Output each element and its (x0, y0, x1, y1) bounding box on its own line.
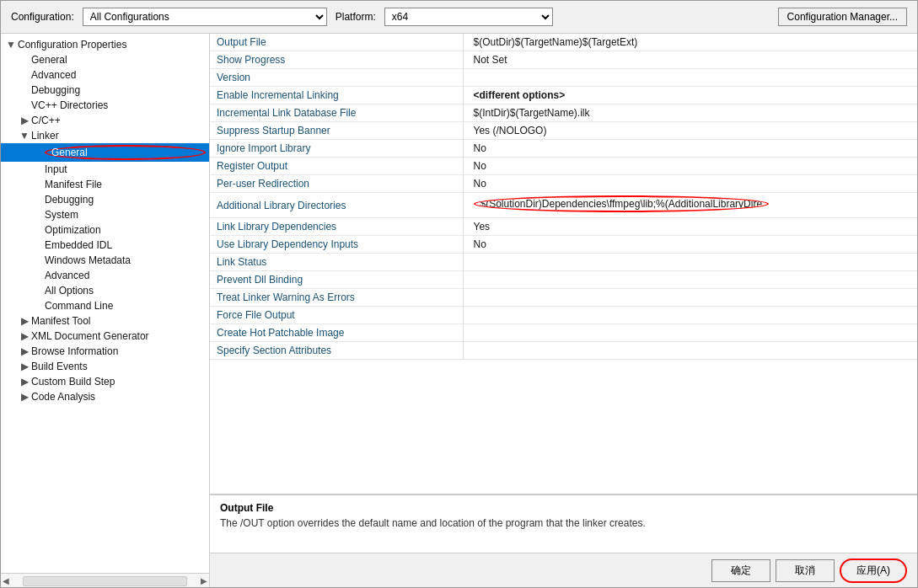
tree-item-label: Custom Build Step (31, 376, 206, 388)
tree-item-linker-embedded-idl[interactable]: Embedded IDL (1, 238, 209, 253)
properties-grid: Output File$(OutDir)$(TargetName)$(Targe… (210, 34, 917, 494)
tree-item-linker-input[interactable]: Input (1, 162, 209, 177)
table-row[interactable]: Force File Output (210, 307, 917, 324)
platform-label: Platform: (336, 11, 376, 23)
info-panel: Output File The /OUT option overrides th… (210, 494, 917, 553)
prop-value: $(SolutionDir)Dependencies\ffmpeg\lib;%(… (463, 193, 917, 218)
left-panel: ▼ Configuration Properties General Advan… (1, 34, 210, 588)
prop-name: Ignore Import Library (210, 140, 463, 158)
prop-name: Version (210, 69, 463, 87)
tree-item-label: Input (45, 163, 206, 175)
table-row[interactable]: Version (210, 69, 917, 87)
prop-value: No (463, 158, 917, 175)
table-row[interactable]: Use Library Dependency InputsNo (210, 236, 917, 254)
prop-name: Link Status (210, 254, 463, 271)
prop-name: Treat Linker Warning As Errors (210, 289, 463, 307)
tree-item-label: Linker (31, 130, 206, 142)
main-area: ▼ Configuration Properties General Advan… (1, 34, 917, 588)
tree-item-linker-advanced[interactable]: Advanced (1, 268, 209, 283)
table-row[interactable]: Additional Library Directories$(Solution… (210, 193, 917, 218)
expand-icon: ▶ (19, 330, 30, 342)
prop-name: Prevent Dll Binding (210, 271, 463, 289)
tree-item-linker-optimization[interactable]: Optimization (1, 222, 209, 238)
config-dropdown[interactable]: All Configurations (83, 8, 327, 26)
table-row[interactable]: Link Library DependenciesYes (210, 218, 917, 236)
tree-item-label: All Options (45, 285, 206, 297)
tree-item-linker-debugging[interactable]: Debugging (1, 192, 209, 207)
tree-item-label: Browse Information (31, 345, 206, 357)
table-row[interactable]: Output File$(OutDir)$(TargetName)$(Targe… (210, 34, 917, 51)
tree-container[interactable]: ▼ Configuration Properties General Advan… (1, 34, 209, 573)
left-scrollbar-area: ◀ ▶ (1, 573, 209, 588)
right-panel: Output File$(OutDir)$(TargetName)$(Targe… (210, 34, 917, 588)
tree-item-label: Windows Metadata (45, 254, 206, 266)
tree-item-label: Advanced (31, 69, 206, 81)
platform-dropdown[interactable]: x64 (384, 8, 553, 26)
tree-item-xml-doc-gen[interactable]: ▶ XML Document Generator (1, 329, 209, 344)
tree-item-label: Command Line (45, 300, 206, 312)
tree-item-linker-system[interactable]: System (1, 207, 209, 222)
prop-name: Show Progress (210, 51, 463, 69)
tree-item-cpp[interactable]: ▶ C/C++ (1, 113, 209, 128)
horizontal-scrollbar[interactable] (23, 576, 187, 586)
prop-value: Not Set (463, 51, 917, 69)
prop-name: Output File (210, 34, 463, 51)
tree-item-advanced[interactable]: Advanced (1, 67, 209, 83)
prop-value: <different options> (463, 87, 917, 104)
table-row[interactable]: Ignore Import LibraryNo (210, 140, 917, 158)
table-row[interactable]: Create Hot Patchable Image (210, 324, 917, 342)
tree-item-label: General (31, 54, 206, 66)
table-row[interactable]: Link Status (210, 254, 917, 271)
prop-value: No (463, 175, 917, 193)
prop-value (463, 289, 917, 307)
table-row[interactable]: Suppress Startup BannerYes (/NOLOGO) (210, 122, 917, 140)
prop-name: Force File Output (210, 307, 463, 324)
tree-item-browse-info[interactable]: ▶ Browse Information (1, 344, 209, 359)
prop-name: Use Library Dependency Inputs (210, 236, 463, 254)
table-row[interactable]: Treat Linker Warning As Errors (210, 289, 917, 307)
tree-item-label: Optimization (45, 224, 206, 236)
top-bar: Configuration: All Configurations Platfo… (1, 1, 917, 34)
prop-value (463, 254, 917, 271)
table-row[interactable]: Incremental Link Database File$(IntDir)$… (210, 104, 917, 122)
prop-value: $(OutDir)$(TargetName)$(TargetExt) (463, 34, 917, 51)
tree-item-custom-build[interactable]: ▶ Custom Build Step (1, 374, 209, 389)
info-title: Output File (220, 502, 907, 514)
tree-item-config-props[interactable]: ▼ Configuration Properties (1, 37, 209, 52)
tree-item-linker-command-line[interactable]: Command Line (1, 298, 209, 313)
cancel-button[interactable]: 取消 (776, 559, 835, 582)
prop-name: Additional Library Directories (210, 193, 463, 218)
tree-item-linker-win-metadata[interactable]: Windows Metadata (1, 253, 209, 268)
tree-item-label: VC++ Directories (31, 99, 206, 111)
table-row[interactable]: Per-user RedirectionNo (210, 175, 917, 193)
tree-item-label: Code Analysis (31, 391, 206, 403)
table-row[interactable]: Enable Incremental Linking<different opt… (210, 87, 917, 104)
config-manager-button[interactable]: Configuration Manager... (778, 8, 907, 26)
ok-button[interactable]: 确定 (711, 559, 770, 582)
tree-item-vc-dirs[interactable]: VC++ Directories (1, 98, 209, 113)
tree-item-label: Debugging (45, 194, 206, 206)
table-row[interactable]: Specify Section Attributes (210, 342, 917, 360)
tree-item-label: Configuration Properties (18, 39, 206, 51)
tree-item-linker-all-options[interactable]: All Options (1, 283, 209, 298)
table-row[interactable]: Prevent Dll Binding (210, 271, 917, 289)
tree-item-linker-manifest[interactable]: Manifest File (1, 177, 209, 192)
apply-button[interactable]: 应用(A) (840, 559, 907, 583)
tree-item-debugging[interactable]: Debugging (1, 83, 209, 98)
tree-item-linker-general[interactable]: General (1, 143, 209, 162)
prop-value (463, 307, 917, 324)
prop-name: Enable Incremental Linking (210, 87, 463, 104)
tree-item-label: General (45, 145, 206, 160)
prop-name: Link Library Dependencies (210, 218, 463, 236)
table-row[interactable]: Register OutputNo (210, 158, 917, 175)
tree-item-build-events[interactable]: ▶ Build Events (1, 359, 209, 374)
tree-item-manifest-tool[interactable]: ▶ Manifest Tool (1, 313, 209, 329)
table-row[interactable]: Show ProgressNot Set (210, 51, 917, 69)
tree-item-label: Manifest File (45, 179, 206, 190)
tree-item-label: Build Events (31, 361, 206, 372)
prop-name: Suppress Startup Banner (210, 122, 463, 140)
prop-value: Yes (/NOLOGO) (463, 122, 917, 140)
tree-item-general[interactable]: General (1, 52, 209, 67)
tree-item-linker[interactable]: ▼ Linker (1, 128, 209, 143)
tree-item-code-analysis[interactable]: ▶ Code Analysis (1, 389, 209, 404)
